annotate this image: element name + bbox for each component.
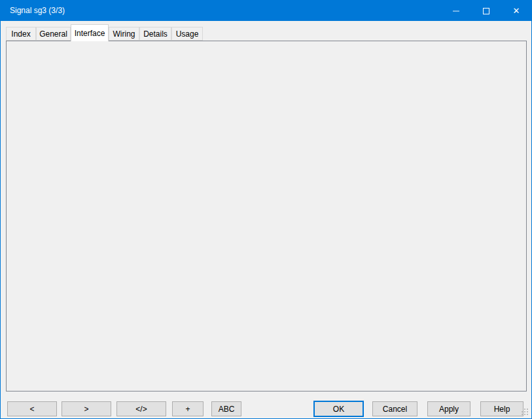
maximize-button[interactable] xyxy=(471,1,501,21)
cancel-button-label: Cancel xyxy=(383,405,407,414)
tab-index[interactable]: Index xyxy=(6,27,36,41)
tab-label: Usage xyxy=(176,29,199,39)
tab-label: Details xyxy=(143,29,168,39)
tab-label: Wiring xyxy=(113,29,135,39)
apply-button[interactable]: Apply xyxy=(427,401,470,416)
tab-label: Index xyxy=(11,29,30,39)
cancel-button[interactable]: Cancel xyxy=(372,401,417,416)
prev-button-label: < xyxy=(29,405,34,414)
tab-interface[interactable]: Interface xyxy=(71,24,109,41)
tab-wiring[interactable]: Wiring xyxy=(109,27,139,41)
maximize-icon xyxy=(483,8,489,14)
ok-button-label: OK xyxy=(333,405,344,414)
tab-details[interactable]: Details xyxy=(139,27,171,41)
close-button[interactable]: ✕ xyxy=(501,1,531,21)
tab-label: General xyxy=(39,29,67,39)
ok-button[interactable]: OK xyxy=(313,401,364,417)
tab-general[interactable]: General xyxy=(36,27,71,41)
xml-button-label: </> xyxy=(135,405,147,414)
minimize-button[interactable] xyxy=(441,1,471,21)
next-button-label: > xyxy=(84,405,88,414)
prev-button[interactable]: < xyxy=(7,401,57,416)
minimize-icon xyxy=(453,10,459,12)
tab-usage[interactable]: Usage xyxy=(171,27,203,41)
abc-button-label: ABC xyxy=(219,405,235,414)
dialog-window: Signal sg3 (3/3) ✕ Index General Interfa… xyxy=(0,0,532,419)
titlebar: Signal sg3 (3/3) ✕ xyxy=(1,1,531,21)
tab-label: Interface xyxy=(75,29,105,38)
help-button[interactable]: Help xyxy=(480,401,523,416)
add-button-label: + xyxy=(185,405,190,414)
resize-grip-icon[interactable] xyxy=(523,410,529,416)
xml-button[interactable]: </> xyxy=(116,401,166,416)
window-title: Signal sg3 (3/3) xyxy=(10,6,65,15)
abc-button[interactable]: ABC xyxy=(211,401,241,416)
help-button-label: Help xyxy=(494,405,510,414)
apply-button-label: Apply xyxy=(439,405,459,414)
next-button[interactable]: > xyxy=(62,401,111,416)
close-icon: ✕ xyxy=(513,7,520,15)
add-button[interactable]: + xyxy=(172,401,204,416)
interface-tab-panel xyxy=(6,41,527,392)
